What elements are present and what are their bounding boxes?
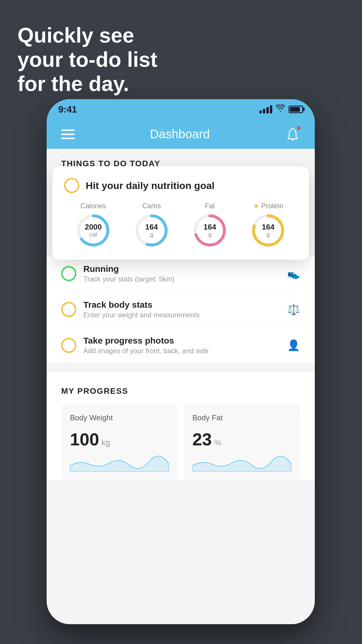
donut-value: 164 [262,223,274,231]
item-subtitle: Add images of your front, back, and side [83,347,280,355]
item-title: Running [83,264,280,274]
donut-unit: cal [85,231,102,238]
item-icon: 👤 [287,339,300,351]
nutrition-item-carbs: Carbs 164 g [134,202,169,248]
donut-unit: g [203,231,216,238]
nutrition-item-protein: ★ Protein 164 g [251,202,286,248]
progress-card-title: Body Fat [192,413,291,422]
headline-line1: Quickly see [17,23,157,48]
nutrition-item-calories: Calories 2000 cal [76,202,111,248]
donut-value: 164 [145,223,158,231]
donut-value: 164 [203,223,216,231]
wave-chart [192,454,291,472]
nutrition-label: ★ Protein [253,202,283,210]
item-checkbox[interactable] [61,302,76,317]
nutrition-row: Calories 2000 cal Carbs 164 g [64,202,297,248]
progress-value: 100 [70,429,99,449]
item-icon: ⚖️ [287,303,300,316]
list-section: Running Track your stats (target: 5km) 👟… [47,256,315,363]
item-icon: 👟 [287,267,300,280]
wifi-icon [276,104,285,115]
wave-chart [70,454,169,472]
phone-frame: 9:41 [47,99,315,624]
notification-dot [296,125,301,131]
item-title: Track body stats [83,300,280,310]
headline-line2: your to-do list [17,48,157,72]
card-title: Hit your daily nutrition goal [86,180,215,191]
progress-cards: Body Weight 100 kg Body Fat 23 % [61,405,300,480]
card-header: Hit your daily nutrition goal [64,178,297,193]
star-icon: ★ [253,202,259,210]
status-bar: 9:41 [47,99,315,120]
donut-unit: g [145,231,158,238]
headline-line3: for the day. [17,72,157,96]
nav-title: Dashboard [150,127,210,141]
progress-unit: % [214,438,222,447]
progress-value: 23 [192,429,212,449]
progress-unit: kg [101,438,110,447]
list-item[interactable]: Take progress photos Add images of your … [61,328,300,363]
donut-value: 2000 [85,223,102,231]
progress-card-title: Body Weight [70,413,169,422]
status-time: 9:41 [58,104,77,115]
status-icons [259,104,303,115]
item-checkbox[interactable] [61,338,76,353]
list-item[interactable]: Running Track your stats (target: 5km) 👟 [61,256,300,292]
signal-icon [259,105,272,113]
item-checkbox[interactable] [61,266,76,281]
donut-circle: 2000 cal [76,213,111,248]
menu-button[interactable] [61,130,75,139]
list-item[interactable]: Track body stats Enter your weight and m… [61,292,300,328]
item-subtitle: Track your stats (target: 5km) [83,275,280,283]
progress-section: MY PROGRESS Body Weight 100 kg Body Fat … [47,372,315,480]
item-title: Take progress photos [83,336,280,346]
headline: Quickly see your to-do list for the day. [17,23,157,96]
card-checkbox[interactable] [64,178,79,193]
nutrition-card: Hit your daily nutrition goal Calories 2… [52,166,309,260]
progress-card[interactable]: Body Weight 100 kg [61,405,178,480]
nutrition-item-fat: Fat 164 g [192,202,227,248]
item-subtitle: Enter your weight and measurements [83,311,280,319]
progress-card[interactable]: Body Fat 23 % [184,405,300,480]
nav-bar: Dashboard [47,120,315,149]
battery-icon [289,106,303,113]
donut-unit: g [262,231,274,238]
nutrition-label: Carbs [142,202,161,210]
donut-circle: 164 g [192,213,227,248]
donut-circle: 164 g [134,213,169,248]
donut-circle: 164 g [251,213,286,248]
notifications-button[interactable] [285,127,300,142]
phone-content: THINGS TO DO TODAY Hit your daily nutrit… [47,149,315,624]
nutrition-label: Calories [80,202,106,210]
progress-title: MY PROGRESS [61,386,300,396]
nutrition-label: Fat [205,202,215,210]
